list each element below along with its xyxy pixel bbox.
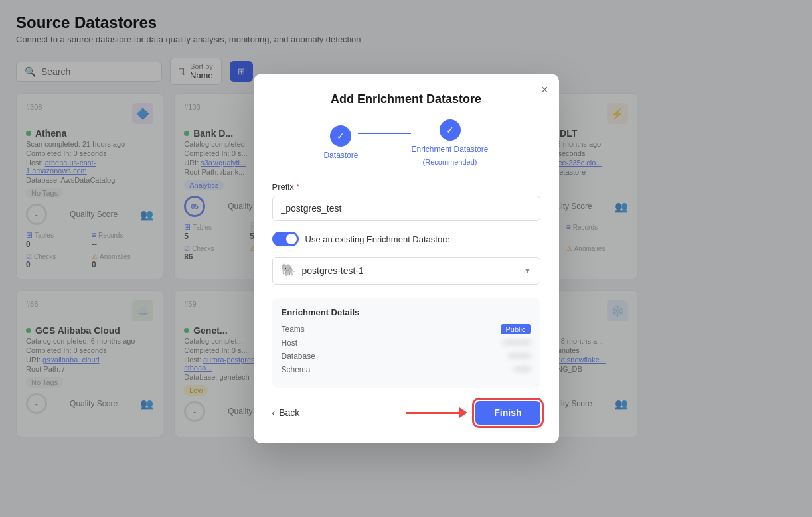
detail-row-host: Host •••••••••• <box>282 338 531 348</box>
public-badge: Public <box>501 324 531 334</box>
detail-value-database: •••••••• <box>509 352 531 361</box>
toggle-label: Use an existing Enrichment Datastore <box>305 234 450 244</box>
detail-label-host: Host <box>282 338 298 348</box>
modal-title: Add Enrichment Datastore <box>272 92 540 106</box>
detail-row-database: Database •••••••• <box>282 352 531 361</box>
detail-value-host: •••••••••• <box>503 338 530 348</box>
modal-add-enrichment: × Add Enrichment Datastore ✓ Datastore ✓… <box>254 74 559 443</box>
arrow-indicator <box>406 407 467 418</box>
enrichment-details-section: Enrichment Details Teams Public Host •••… <box>272 298 540 388</box>
dropdown-db-icon: 🐘 <box>281 263 297 279</box>
toggle-row: Use an existing Enrichment Datastore <box>272 232 540 246</box>
modal-overlay: × Add Enrichment Datastore ✓ Datastore ✓… <box>0 0 812 517</box>
datastore-dropdown[interactable]: 🐘 postgres-test-1 ▼ <box>272 257 540 285</box>
step-1: ✓ Datastore <box>323 125 358 160</box>
step-1-circle: ✓ <box>330 125 351 147</box>
required-marker: * <box>296 182 299 192</box>
dropdown-text: postgres-test-1 <box>302 265 524 276</box>
steps-indicator: ✓ Datastore ✓ Enrichment Datastore (Reco… <box>272 119 540 166</box>
step-2-sublabel: (Recommended) <box>423 158 477 166</box>
step-2-label: Enrichment Datastore <box>411 145 488 154</box>
finish-button[interactable]: Finish <box>475 401 540 425</box>
step-connector <box>358 133 411 134</box>
detail-label-teams: Teams <box>282 325 305 334</box>
step-2: ✓ Enrichment Datastore (Recommended) <box>411 119 488 166</box>
detail-label-database: Database <box>282 352 315 361</box>
detail-row-teams: Teams Public <box>282 324 531 334</box>
toggle-slider <box>272 232 299 246</box>
page-wrapper: Source Datastores Connect to a source da… <box>0 0 812 517</box>
existing-datastore-toggle[interactable] <box>272 232 299 246</box>
step-1-label: Datastore <box>323 151 358 160</box>
enrichment-details-title: Enrichment Details <box>282 307 531 317</box>
back-button[interactable]: ‹ Back <box>272 407 300 418</box>
modal-footer: ‹ Back Finish <box>272 401 540 425</box>
prefix-input[interactable] <box>272 196 540 221</box>
modal-close-button[interactable]: × <box>541 83 548 97</box>
detail-value-schema: •••••• <box>514 365 530 374</box>
chevron-left-icon: ‹ <box>272 407 276 418</box>
prefix-label: Prefix * <box>272 182 540 192</box>
finish-area: Finish <box>475 401 540 425</box>
chevron-down-icon: ▼ <box>524 266 532 275</box>
detail-row-schema: Schema •••••• <box>282 365 531 374</box>
step-2-circle: ✓ <box>440 119 461 141</box>
detail-label-schema: Schema <box>282 365 311 374</box>
